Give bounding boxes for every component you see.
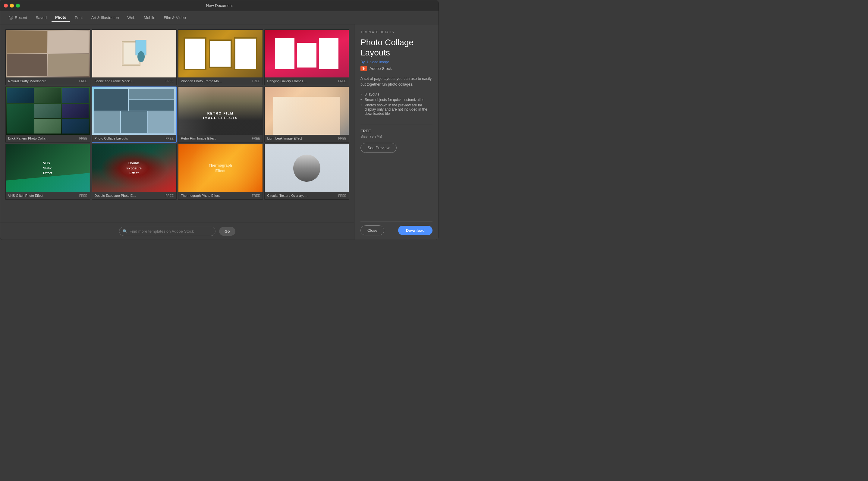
template-card-double-exposure[interactable]: DoubleExposureEffect Double Exposure Pho… — [92, 144, 177, 200]
card-footer-brick-pattern: Brick Pattern Photo Collage Layo... FREE — [6, 135, 90, 142]
tab-recent-label: Recent — [15, 15, 27, 20]
card-badge-double-exposure: FREE — [165, 194, 174, 197]
card-badge-thermograph: FREE — [252, 194, 260, 197]
tab-recent[interactable]: ◷ Recent — [5, 13, 31, 22]
template-card-retro-film[interactable]: RETRO FILMIMAGE EFFECTS Retro Film Image… — [178, 87, 263, 142]
template-grid: Natural Crafty Moodboard Mockup FREE — [5, 29, 349, 200]
card-thumbnail-thermograph: ThermographEffect — [179, 145, 262, 192]
panel-bullet-0: 8 layouts — [361, 92, 433, 97]
template-card-light-leak[interactable]: Light Leak Image Effect FREE — [264, 87, 350, 142]
card-thumbnail-photo-collage — [92, 87, 176, 135]
panel-divider — [361, 125, 433, 125]
template-card-brick-pattern[interactable]: Brick Pattern Photo Collage Layo... FREE — [5, 87, 90, 142]
title-bar: New Document — [0, 0, 438, 11]
tab-film-video[interactable]: Film & Video — [160, 13, 189, 22]
tab-mobile-label: Mobile — [144, 15, 155, 20]
card-badge-light-leak: FREE — [338, 137, 346, 140]
card-footer-vhs-glitch: VHS Glitch Photo Effect FREE — [6, 192, 90, 199]
see-preview-button[interactable]: See Preview — [361, 143, 397, 153]
template-card-circular-texture[interactable]: Circular Texture Overlays Set FREE — [264, 144, 350, 200]
card-badge-photo-collage: FREE — [165, 137, 174, 140]
panel-bullets: 8 layouts Smart objects for quick custom… — [361, 92, 433, 116]
card-footer-circular-texture: Circular Texture Overlays Set FREE — [265, 192, 349, 199]
clock-icon: ◷ — [9, 16, 13, 20]
card-badge-scene-frame: FREE — [165, 79, 174, 83]
panel-bullet-1: Smart objects for quick customization — [361, 97, 433, 102]
right-panel: TEMPLATE DETAILS Photo Collage Layouts B… — [354, 24, 438, 240]
search-input[interactable] — [119, 227, 216, 236]
panel-by-value[interactable]: Upload image — [367, 60, 389, 64]
card-title-photo-collage: Photo Collage Layouts — [95, 136, 128, 140]
tab-web-label: Web — [127, 15, 135, 20]
template-card-photo-collage[interactable]: Photo Collage Layouts FREE — [92, 87, 177, 142]
close-window-button[interactable] — [4, 4, 8, 7]
tab-print-label: Print — [75, 15, 83, 20]
card-title-hanging-gallery: Hanging Gallery Frames Mockups — [267, 79, 310, 83]
card-thumbnail-vhs-glitch: VHSStaticEffect — [6, 145, 90, 192]
template-grid-scroll[interactable]: Natural Crafty Moodboard Mockup FREE — [0, 24, 354, 222]
grid-area: Natural Crafty Moodboard Mockup FREE — [0, 24, 354, 240]
card-title-scene-frame: Scene and Frame Mockup Set — [95, 79, 137, 83]
template-card-hanging-gallery[interactable]: Hanging Gallery Frames Mockups FREE — [264, 29, 350, 85]
tab-web[interactable]: Web — [124, 13, 139, 22]
card-footer-light-leak: Light Leak Image Effect FREE — [265, 135, 349, 142]
card-badge-natural-moodboard: FREE — [79, 79, 87, 83]
card-thumbnail-natural-moodboard — [6, 30, 90, 77]
panel-size-label: Size: — [361, 134, 369, 139]
card-badge-wooden-frame: FREE — [252, 79, 260, 83]
card-badge-hanging-gallery: FREE — [338, 79, 346, 83]
tab-mobile[interactable]: Mobile — [140, 13, 159, 22]
window-title: New Document — [206, 3, 233, 8]
card-footer-scene-frame: Scene and Frame Mockup Set FREE — [92, 77, 176, 85]
card-title-retro-film: Retro Film Image Effect — [181, 136, 216, 140]
card-title-light-leak: Light Leak Image Effect — [267, 136, 302, 140]
template-card-thermograph[interactable]: ThermographEffect Thermograph Photo Effe… — [178, 144, 263, 200]
panel-section-label: TEMPLATE DETAILS — [361, 30, 433, 34]
nav-bar: ◷ Recent Saved Photo Print Art & Illustr… — [0, 11, 438, 24]
panel-stock-badge: St — [361, 66, 367, 71]
go-button[interactable]: Go — [219, 227, 236, 236]
tab-saved[interactable]: Saved — [32, 13, 50, 22]
card-thumbnail-double-exposure: DoubleExposureEffect — [92, 145, 176, 192]
svg-point-3 — [137, 51, 145, 62]
card-footer-hanging-gallery: Hanging Gallery Frames Mockups FREE — [265, 77, 349, 85]
card-footer-natural-moodboard: Natural Crafty Moodboard Mockup FREE — [6, 77, 90, 85]
close-button[interactable]: Close — [361, 225, 384, 235]
card-thumbnail-scene-frame — [92, 30, 176, 77]
tab-photo-label: Photo — [55, 15, 66, 20]
tab-art-illustration[interactable]: Art & Illustration — [88, 13, 123, 22]
panel-size: Size: 79.8MB — [361, 134, 433, 139]
panel-bottom-actions: Close Download — [361, 222, 433, 235]
card-badge-retro-film: FREE — [252, 137, 260, 140]
template-card-vhs-glitch[interactable]: VHSStaticEffect VHS Glitch Photo Effect … — [5, 144, 90, 200]
panel-stock-info: St Adobe Stock — [361, 66, 433, 71]
tab-saved-label: Saved — [36, 15, 47, 20]
panel-price: FREE — [361, 129, 433, 133]
tab-print[interactable]: Print — [71, 13, 87, 22]
card-title-circular-texture: Circular Texture Overlays Set — [267, 194, 310, 197]
template-card-wooden-frame[interactable]: Wooden Photo Frame Mockup Set FREE — [178, 29, 263, 85]
card-badge-vhs-glitch: FREE — [79, 194, 87, 197]
maximize-window-button[interactable] — [16, 4, 20, 7]
panel-title: Photo Collage Layouts — [361, 37, 433, 58]
panel-bullet-2: Photos shown in the preview are for disp… — [361, 102, 433, 116]
card-title-vhs-glitch: VHS Glitch Photo Effect — [8, 194, 43, 197]
panel-by-label: By — [361, 60, 365, 64]
tab-film-label: Film & Video — [164, 15, 186, 20]
card-footer-thermograph: Thermograph Photo Effect FREE — [179, 192, 262, 199]
traffic-lights — [4, 4, 20, 7]
panel-by: By Upload image — [361, 60, 433, 64]
tab-photo[interactable]: Photo — [52, 13, 70, 22]
card-footer-wooden-frame: Wooden Photo Frame Mockup Set FREE — [179, 77, 262, 85]
card-badge-brick-pattern: FREE — [79, 137, 87, 140]
minimize-window-button[interactable] — [10, 4, 14, 7]
card-title-double-exposure: Double Exposure Photo Effect — [95, 194, 137, 197]
tab-art-label: Art & Illustration — [91, 15, 119, 20]
template-card-scene-frame[interactable]: Scene and Frame Mockup Set FREE — [92, 29, 177, 85]
circle-mountain-decoration — [293, 155, 320, 182]
panel-size-value: 79.8MB — [370, 134, 382, 139]
template-card-natural-moodboard[interactable]: Natural Crafty Moodboard Mockup FREE — [5, 29, 90, 85]
card-thumbnail-circular-texture — [265, 145, 349, 192]
download-button[interactable]: Download — [398, 226, 433, 235]
card-footer-retro-film: Retro Film Image Effect FREE — [179, 135, 262, 142]
